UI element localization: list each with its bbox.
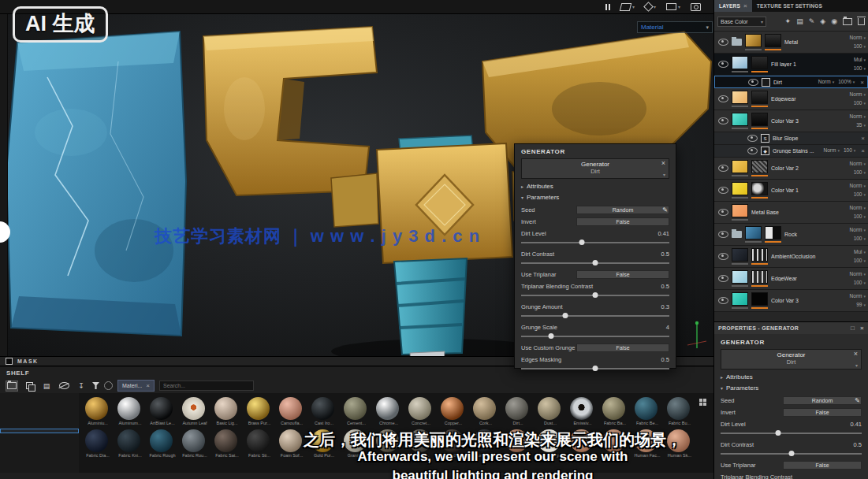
- attributes-section-header[interactable]: ▸ Attributes: [721, 373, 862, 381]
- remove-effect-icon[interactable]: ×: [861, 147, 868, 154]
- slider-knob[interactable]: [788, 451, 794, 456]
- visibility-eye-icon[interactable]: [718, 95, 728, 102]
- material-item[interactable]: Fabric Ba...: [602, 397, 626, 425]
- chevron-down-icon[interactable]: ▾: [663, 172, 665, 177]
- filter-funnel-icon[interactable]: [92, 382, 99, 389]
- blend-mode-dropdown[interactable]: Norm▾: [850, 91, 866, 98]
- layer-mask-thumbnail[interactable]: [751, 248, 768, 262]
- layer-row[interactable]: AmbientOcclusion Mul▾ 100▾: [714, 246, 868, 268]
- layer-mask-thumbnail[interactable]: [751, 56, 768, 69]
- material-item[interactable]: Copper...: [440, 397, 464, 425]
- material-item[interactable]: Camoufla...: [278, 397, 303, 425]
- channel-dropdown[interactable]: Base Color ▾: [717, 17, 766, 27]
- parameter-value[interactable]: 0.41: [658, 230, 669, 237]
- layer-thumbnail[interactable]: [732, 160, 748, 173]
- screenshot-icon[interactable]: [691, 3, 701, 11]
- close-icon[interactable]: ×: [661, 159, 665, 167]
- new-resource-icon[interactable]: [23, 381, 35, 392]
- material-item[interactable]: Autumn Leaf: [181, 397, 206, 425]
- layer-thumbnail[interactable]: [745, 226, 762, 240]
- slider-knob[interactable]: [593, 366, 598, 371]
- parameter-slider[interactable]: [521, 259, 669, 267]
- blend-mode-dropdown[interactable]: Norm▾: [850, 226, 866, 234]
- layer-mask-thumbnail[interactable]: [765, 34, 781, 47]
- visibility-eye-icon[interactable]: [718, 165, 728, 172]
- material-item[interactable]: ArtBlast Le...: [149, 397, 173, 425]
- pause-icon[interactable]: [605, 4, 610, 10]
- visibility-eye-icon[interactable]: [718, 187, 728, 194]
- layer-row[interactable]: EdgeWear Norm▾ 100▾: [714, 268, 868, 290]
- layer-row[interactable]: Metal Norm▾ 100▾: [714, 32, 868, 54]
- attributes-section-header[interactable]: ▸ Attributes: [521, 183, 669, 190]
- layer-mask-thumbnail[interactable]: [751, 91, 768, 104]
- blend-mode-dropdown[interactable]: Mul▾: [854, 56, 866, 64]
- blend-mode-dropdown[interactable]: Norm▾: [850, 292, 866, 300]
- layer-row[interactable]: Color Var 3 Norm▾ 99▾: [714, 290, 868, 312]
- blend-mode-dropdown[interactable]: Norm▾: [850, 182, 866, 190]
- opacity-dropdown[interactable]: 100▾: [850, 191, 866, 199]
- slider-knob[interactable]: [593, 292, 598, 298]
- layer-thumbnail[interactable]: [732, 204, 748, 217]
- visibility-eye-icon[interactable]: [718, 61, 728, 68]
- close-icon[interactable]: ×: [146, 382, 150, 389]
- parameter-value-button[interactable]: False: [783, 461, 862, 470]
- opacity-dropdown[interactable]: 100▾: [850, 169, 866, 176]
- layer-row[interactable]: S Blur Slope ×: [714, 132, 868, 145]
- parameter-value-button[interactable]: False: [576, 343, 669, 352]
- grid-view-icon[interactable]: [699, 399, 706, 406]
- delete-layer-trash-icon[interactable]: [858, 18, 865, 25]
- opacity-dropdown[interactable]: 100▾: [854, 257, 866, 265]
- add-effect-icon[interactable]: ✦: [785, 17, 792, 25]
- layer-thumbnail[interactable]: [732, 113, 748, 126]
- material-item[interactable]: Fabric Kni...: [117, 429, 141, 458]
- layer-thumbnail[interactable]: [732, 248, 748, 262]
- parameter-value[interactable]: 0.5: [661, 251, 669, 258]
- opacity-dropdown[interactable]: 100▾: [850, 213, 866, 221]
- parameter-value[interactable]: 0.5: [661, 283, 669, 290]
- layer-thumbnail[interactable]: [732, 292, 748, 306]
- hide-resources-icon[interactable]: [58, 381, 70, 392]
- material-item[interactable]: Chrome...: [375, 397, 400, 425]
- parameter-value-button[interactable]: Random ✎: [576, 206, 669, 214]
- close-icon[interactable]: ×: [854, 350, 858, 358]
- search-input[interactable]: [159, 381, 254, 391]
- visibility-eye-icon[interactable]: [718, 209, 728, 216]
- save-icon[interactable]: ▤: [40, 381, 53, 392]
- layer-thumbnail[interactable]: [745, 34, 762, 47]
- material-item[interactable]: Dust...: [537, 397, 561, 425]
- shading-mode-icon[interactable]: ▾: [645, 3, 656, 10]
- visibility-eye-icon[interactable]: [747, 135, 758, 142]
- parameter-value[interactable]: 0.5: [661, 356, 669, 363]
- parameter-value-button[interactable]: False: [783, 408, 862, 417]
- layer-row[interactable]: Fill layer 1 Mul▾ 100▾: [714, 54, 868, 76]
- parameter-value[interactable]: 0.3: [661, 303, 669, 310]
- parameter-value[interactable]: 0.41: [850, 421, 862, 428]
- parameter-value[interactable]: 0.5: [854, 441, 862, 448]
- pencil-edit-icon[interactable]: ✎: [662, 206, 668, 214]
- opacity-dropdown[interactable]: 100▾: [854, 65, 866, 72]
- parameters-section-header[interactable]: ▾ Parameters: [721, 384, 862, 392]
- layer-mask-thumbnail[interactable]: [751, 292, 768, 306]
- properties-generator-selector[interactable]: Generator Dirt × ▾: [721, 349, 862, 369]
- layer-row[interactable]: Edgewear Norm▾ 100▾: [714, 88, 868, 110]
- layer-mask-thumbnail[interactable]: [751, 160, 768, 173]
- close-icon[interactable]: ×: [743, 2, 747, 9]
- parameter-value[interactable]: 4: [666, 324, 669, 331]
- close-icon[interactable]: ×: [860, 325, 864, 332]
- layer-row[interactable]: Color Var 3 Norm▾ 35▾: [714, 110, 868, 132]
- parameter-slider[interactable]: [521, 291, 669, 299]
- display-mode-icon[interactable]: ▾: [666, 3, 680, 10]
- add-sticker-icon[interactable]: ▤: [796, 17, 803, 25]
- material-item[interactable]: Fabric Rough: [149, 429, 173, 458]
- visibility-eye-icon[interactable]: [718, 253, 728, 260]
- material-item[interactable]: Fabric Bu...: [666, 397, 691, 425]
- chevron-down-icon[interactable]: ▾: [855, 362, 858, 368]
- layer-row[interactable]: Dirt Norm▾ 100%▾ ×: [714, 76, 868, 88]
- remove-effect-icon[interactable]: ×: [861, 135, 868, 142]
- parameter-slider[interactable]: [521, 239, 669, 247]
- material-item[interactable]: Dirt...: [505, 397, 529, 425]
- material-item[interactable]: Fabric Be...: [634, 397, 658, 425]
- opacity-dropdown[interactable]: 35▾: [850, 121, 866, 129]
- shelf-category-item[interactable]: [0, 429, 79, 433]
- layer-thumbnail[interactable]: [732, 56, 748, 69]
